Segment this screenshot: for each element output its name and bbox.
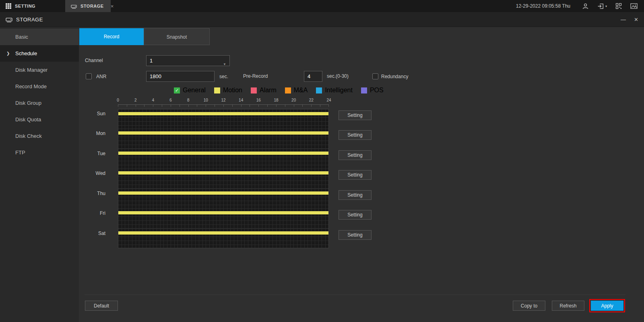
schedule-bar [118, 171, 329, 175]
legend-item-pos: POS [361, 87, 384, 94]
color-swatch-icon [214, 87, 220, 93]
color-swatch-icon [361, 87, 367, 93]
top-bar: SETTING STORAGE × 12-29-2022 09:05:58 Th… [0, 0, 644, 12]
refresh-button[interactable]: Refresh [552, 301, 584, 311]
setting-button-wed[interactable]: Setting [339, 170, 372, 180]
schedule-row-thu: ThuSetting [79, 189, 644, 208]
record-snapshot-tabs: Record Snapshot [79, 28, 210, 45]
schedule-row-tue: TueSetting [79, 149, 644, 168]
storage-title-icon [6, 16, 12, 23]
anr-unit-label: sec. [219, 74, 228, 79]
schedule-bar [118, 152, 329, 155]
qr-code-icon[interactable] [615, 3, 622, 9]
apply-button[interactable]: Apply [591, 301, 623, 311]
logout-export-icon[interactable]: ▾ [597, 3, 607, 10]
color-swatch-icon [316, 87, 322, 93]
timeline-tick-label: 10 [204, 98, 208, 102]
sidebar-item-schedule[interactable]: ❯Schedule [0, 45, 79, 62]
sidebar-item-ftp[interactable]: FTP [0, 144, 79, 161]
schedule-row-fri: FriSetting [79, 208, 644, 228]
schedule-row-sun: SunSetting [79, 109, 644, 129]
legend-item-general: ✓General [174, 87, 206, 94]
schedule-grid-thu[interactable] [118, 189, 329, 208]
pre-record-label: Pre-Record [243, 73, 268, 79]
timeline-tick-label: 6 [169, 98, 172, 102]
pre-record-input[interactable] [304, 71, 322, 82]
user-icon[interactable] [582, 3, 589, 10]
checkbox-checked-icon[interactable]: ✓ [174, 87, 180, 93]
anr-label: ANR [96, 74, 106, 79]
chevron-down-icon: ▼ [223, 59, 226, 69]
timeline-tick-label: 22 [309, 98, 314, 102]
sidebar-item-disk-group[interactable]: Disk Group [0, 95, 79, 111]
schedule-bar [118, 131, 329, 135]
legend-item-alarm: Alarm [251, 87, 277, 94]
setting-button-thu[interactable]: Setting [339, 190, 372, 200]
pre-record-unit-label: sec.(0-30) [327, 73, 349, 79]
schedule-row-sat: SatSetting [79, 229, 644, 248]
day-label: Fri [79, 208, 118, 216]
redundancy-label: Redundancy [381, 74, 408, 79]
tab-snapshot[interactable]: Snapshot [144, 28, 210, 45]
anr-input[interactable] [146, 71, 215, 82]
minimize-icon[interactable]: — [621, 17, 626, 22]
sidebar-item-disk-manager[interactable]: Disk Manager [0, 62, 79, 78]
schedule-grid-sat[interactable] [118, 229, 329, 248]
timeline-tick-label: 0 [117, 98, 119, 102]
schedule-grid-wed[interactable] [118, 168, 329, 188]
setting-button-fri[interactable]: Setting [339, 210, 372, 220]
day-label: Sun [79, 109, 118, 116]
schedule-grid-fri[interactable] [118, 208, 329, 228]
legend-item-motion: Motion [214, 87, 242, 94]
close-icon[interactable]: ✕ [634, 17, 638, 22]
page-title: STORAGE [16, 17, 43, 23]
schedule-bar [118, 112, 329, 115]
setting-button-mon[interactable]: Setting [339, 130, 372, 140]
title-bar: STORAGE — ✕ [0, 12, 644, 27]
schedule-row-wed: WedSetting [79, 168, 644, 188]
timeline-tick-label: 16 [256, 98, 261, 102]
channel-dropdown[interactable]: 1 ▼ [146, 55, 230, 66]
schedule-grid-mon[interactable] [118, 129, 329, 148]
color-swatch-icon [285, 87, 291, 93]
setting-button-sun[interactable]: Setting [339, 110, 372, 120]
chevron-right-icon: ❯ [6, 45, 10, 62]
tab-setting[interactable]: SETTING [0, 0, 65, 12]
legend: ✓GeneralMotionAlarmM&AIntelligentPOS [174, 87, 384, 94]
tab-storage[interactable]: STORAGE × [65, 0, 111, 12]
day-label: Mon [79, 129, 118, 136]
setting-button-tue[interactable]: Setting [339, 150, 372, 160]
schedule-grid-tue[interactable] [118, 149, 329, 168]
color-swatch-icon [251, 87, 257, 93]
timeline-tick-label: 8 [187, 98, 190, 102]
timeline-ruler [118, 104, 329, 107]
schedule-row-mon: MonSetting [79, 129, 644, 148]
anr-checkbox[interactable] [86, 73, 92, 79]
schedule-bar [118, 211, 329, 214]
schedule-bar [118, 191, 329, 195]
footer-divider [85, 295, 625, 295]
timeline-tick-label: 2 [134, 98, 137, 102]
nvr-storage-window: SETTING STORAGE × 12-29-2022 09:05:58 Th… [0, 0, 644, 322]
sidebar-item-disk-check[interactable]: Disk Check [0, 128, 79, 144]
default-button[interactable]: Default [85, 301, 118, 311]
timeline-tick-label: 18 [274, 98, 278, 102]
tab-record[interactable]: Record [79, 28, 144, 45]
caret-down-icon: ▾ [605, 4, 607, 8]
tab-close-icon[interactable]: × [111, 3, 114, 9]
sidebar-item-basic[interactable]: Basic [0, 29, 79, 45]
timeline-tick-label: 20 [291, 98, 296, 102]
datetime-display: 12-29-2022 09:05:58 Thu [516, 3, 570, 9]
image-preview-icon[interactable] [630, 3, 638, 9]
window-controls: — ✕ [621, 12, 638, 27]
legend-item-m-a: M&A [285, 87, 308, 94]
channel-value: 1 [150, 58, 153, 64]
schedule-grid-sun[interactable] [118, 109, 329, 129]
copy-to-button[interactable]: Copy to [513, 301, 545, 311]
main-panel: Record Snapshot Channel 1 ▼ ANR sec. Pre… [79, 27, 644, 322]
sidebar-item-record-mode[interactable]: Record Mode [0, 78, 79, 95]
timeline-tick-label: 4 [152, 98, 155, 102]
sidebar-item-disk-quota[interactable]: Disk Quota [0, 111, 79, 128]
redundancy-checkbox[interactable] [372, 73, 378, 79]
setting-button-sat[interactable]: Setting [339, 230, 372, 240]
